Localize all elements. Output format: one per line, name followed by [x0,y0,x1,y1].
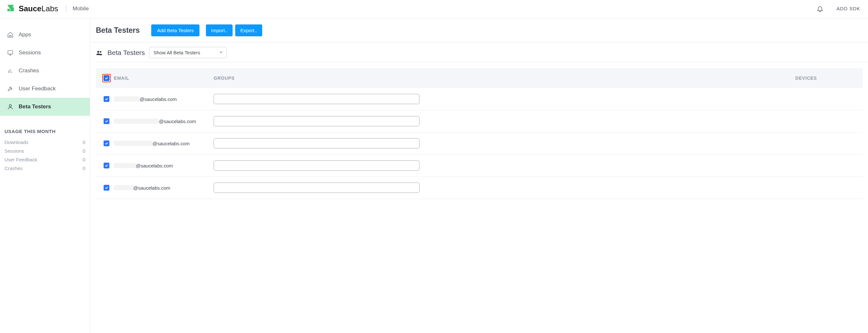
topbar-right: ADD SDK [816,5,860,12]
table-row: @saucelabs.com [96,132,863,155]
row-email-cell: @saucelabs.com [114,163,210,168]
monitor-icon [7,49,13,56]
col-groups-header: GROUPS [210,75,795,81]
testers-table: EMAIL GROUPS DEVICES @saucelabs.com@sauc… [96,68,868,199]
groups-input[interactable] [214,182,420,193]
sidebar-item-label: Crashes [19,67,39,74]
email-prefix-redacted [114,185,133,190]
row-groups-cell [210,94,795,104]
bell-icon[interactable] [816,5,824,12]
sidebar-item-beta-testers[interactable]: Beta Testers [0,98,90,116]
usage-label: Crashes [4,166,23,171]
row-groups-cell [210,182,795,193]
brand-name: SauceLabs [19,4,58,13]
tools-icon [7,86,13,92]
usage-label: Sessions [4,148,24,154]
col-email-header: EMAIL [114,75,210,81]
main: Beta Testers Add Beta Testers Import.. E… [90,19,868,332]
select-all-highlight [102,74,111,82]
row-check-cell [99,118,114,124]
layout: Apps Sessions Crashes User Feedback Beta… [0,19,868,332]
usage-row-sessions: Sessions 0 [4,146,85,155]
usage-label: User Feedback [4,157,37,162]
row-email-cell: @saucelabs.com [114,96,210,102]
table-row: @saucelabs.com [96,88,863,110]
filter-row: Beta Testers Show All Beta Testers [96,47,868,62]
row-email-cell: @saucelabs.com [114,119,210,124]
add-beta-testers-button[interactable]: Add Beta Testers [151,25,199,36]
row-checkbox[interactable] [103,118,110,124]
usage-label: Downloads [4,139,28,145]
email-prefix-redacted [114,119,159,124]
groups-input[interactable] [214,138,420,148]
row-checkbox[interactable] [103,140,110,146]
email-suffix: @saucelabs.com [140,96,177,102]
row-check-cell [99,96,114,102]
sidebar-item-label: Apps [19,32,31,38]
select-all-checkbox[interactable] [103,75,110,81]
logo-icon [6,3,16,14]
table-row: @saucelabs.com [96,155,863,177]
row-checkbox[interactable] [103,163,110,168]
usage-title: USAGE THIS MONTH [4,129,85,134]
filter-select[interactable]: Show All Beta Testers [149,47,226,58]
import-button[interactable]: Import.. [206,25,232,36]
svg-point-2 [97,51,99,53]
filter-title: Beta Testers [107,49,145,57]
svg-point-1 [9,104,11,107]
usage-row-downloads: Downloads 0 [4,138,85,146]
col-check-header [99,74,114,82]
usage-value: 0 [83,166,85,171]
row-check-cell [99,140,114,146]
sidebar-item-crashes[interactable]: Crashes [0,62,90,80]
col-devices-header: DEVICES [795,75,860,81]
email-suffix: @saucelabs.com [136,163,173,168]
table-row: @saucelabs.com [96,177,863,199]
brand: SauceLabs Mobile [6,3,89,14]
filter-select-wrap: Show All Beta Testers [149,47,226,58]
email-prefix-redacted [114,141,153,146]
groups-input[interactable] [214,116,420,126]
usage-value: 0 [83,157,85,162]
page-title: Beta Testers [96,26,140,35]
sidebar-item-label: Beta Testers [19,103,51,110]
row-email-cell: @saucelabs.com [114,141,210,146]
logo[interactable]: SauceLabs [6,3,58,14]
export-button[interactable]: Export.. [235,25,262,36]
email-suffix: @saucelabs.com [133,185,170,191]
sidebar-item-label: Sessions [19,49,41,56]
row-checkbox[interactable] [103,185,110,191]
row-check-cell [99,163,114,168]
brand-sub: Mobile [73,5,89,12]
table-header-row: EMAIL GROUPS DEVICES [96,68,863,88]
people-icon [96,49,103,56]
topbar: SauceLabs Mobile ADD SDK [0,0,868,19]
sidebar-item-sessions[interactable]: Sessions [0,44,90,62]
email-prefix-redacted [114,96,140,102]
email-suffix: @saucelabs.com [153,141,189,146]
row-check-cell [99,185,114,191]
usage-value: 0 [83,139,85,145]
sidebar-item-label: User Feedback [19,86,56,92]
email-suffix: @saucelabs.com [159,119,196,124]
content-area: Beta Testers Show All Beta Testers [90,42,868,199]
row-email-cell: @saucelabs.com [114,185,210,191]
usage-block: USAGE THIS MONTH Downloads 0 Sessions 0 … [0,129,90,173]
sidebar: Apps Sessions Crashes User Feedback Beta… [0,19,90,332]
svg-point-3 [100,51,101,53]
usage-row-user-feedback: User Feedback 0 [4,155,85,164]
groups-input[interactable] [214,94,420,104]
action-buttons: Add Beta Testers Import.. Export.. [151,25,262,36]
email-prefix-redacted [114,163,136,168]
row-groups-cell [210,138,795,148]
home-icon [7,32,13,38]
row-checkbox[interactable] [103,96,110,102]
add-sdk-button[interactable]: ADD SDK [836,6,860,11]
svg-rect-0 [8,51,13,54]
sidebar-item-user-feedback[interactable]: User Feedback [0,80,90,98]
brand-divider [66,5,66,12]
page-header: Beta Testers Add Beta Testers Import.. E… [90,25,868,42]
table-row: @saucelabs.com [96,110,863,132]
sidebar-item-apps[interactable]: Apps [0,26,90,44]
groups-input[interactable] [214,160,420,171]
